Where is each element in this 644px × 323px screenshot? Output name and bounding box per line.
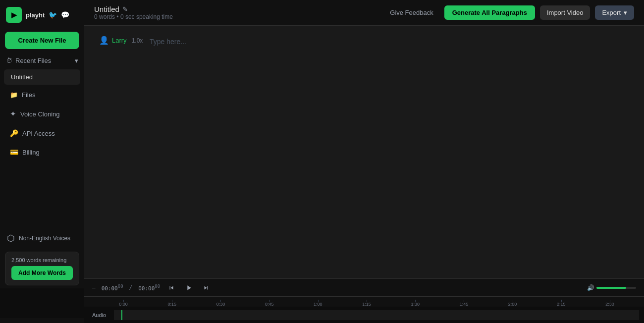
ruler-tick: 2:15 — [537, 302, 586, 307]
play-button[interactable] — [183, 283, 195, 293]
sidebar-item-voice-cloning[interactable]: ✦ Voice Cloning — [3, 105, 81, 123]
top-bar-left: Untitled ✎ 0 words • 0 sec speaking time — [94, 5, 173, 20]
add-more-words-button[interactable]: Add More Words — [11, 266, 73, 280]
document-meta: 0 words • 0 sec speaking time — [94, 13, 173, 20]
total-time-display: 00:0000 — [138, 284, 160, 292]
skip-forward-button[interactable] — [201, 283, 212, 292]
ruler-tick: 2:00 — [488, 302, 537, 307]
export-button[interactable]: Export ▾ — [595, 5, 634, 20]
clock-icon: ⏱ — [6, 57, 12, 64]
playhead — [121, 310, 122, 320]
files-label: Files — [22, 91, 35, 99]
words-remaining-box: 2,500 words remaining Add More Words — [5, 252, 79, 285]
ruler-tick: 1:00 — [294, 302, 342, 307]
main-content: Untitled ✎ 0 words • 0 sec speaking time… — [84, 0, 644, 323]
bottom-thumbnail — [0, 288, 84, 318]
speaker-person-icon: 👤 — [99, 36, 109, 45]
api-access-label: API Access — [22, 130, 55, 137]
generate-all-paragraphs-button[interactable]: Generate All Paragraphs — [444, 5, 535, 20]
logo-text: playht — [26, 11, 45, 19]
ruler-tick: 1:15 — [342, 302, 391, 307]
sparkles-icon: ✦ — [10, 109, 16, 118]
top-bar: Untitled ✎ 0 words • 0 sec speaking time… — [84, 0, 644, 26]
timeline-ruler: 0:000:150:300:451:001:151:301:452:002:15… — [84, 297, 644, 307]
ruler-tick: 0:00 — [99, 302, 148, 307]
twitter-icon[interactable]: 🐦 — [49, 11, 57, 19]
logo-area: ▶ playht 🐦 💬 — [0, 0, 84, 30]
volume-track[interactable] — [596, 287, 636, 289]
recent-files-header[interactable]: ⏱ Recent Files ▾ — [0, 53, 84, 68]
timeline-area: — 00:0000 / 00:0000 — [84, 278, 644, 323]
sidebar-item-files[interactable]: 📁 Files — [3, 86, 81, 104]
ruler-tick: 0:15 — [148, 302, 196, 307]
dash-indicator: — — [92, 284, 96, 291]
voice-cloning-label: Voice Cloning — [20, 110, 60, 118]
billing-label: Billing — [22, 149, 40, 156]
create-new-file-button[interactable]: Create New File — [5, 32, 79, 49]
recent-file-item[interactable]: Untitled — [4, 69, 80, 85]
ruler-tick: 2:30 — [586, 302, 634, 307]
timeline-track-area: Audio — [84, 307, 644, 323]
give-feedback-button[interactable]: Give Feedback — [384, 6, 439, 19]
top-bar-right: Give Feedback Generate All Paragraphs Im… — [384, 5, 634, 20]
words-remaining-text: 2,500 words remaining — [11, 257, 73, 263]
editor-area[interactable]: 👤 Larry 1.0x Type here... — [84, 26, 644, 278]
ruler-tick: 1:30 — [391, 302, 439, 307]
sidebar-item-api-access[interactable]: 🔑 API Access — [3, 124, 81, 142]
chevron-down-icon: ▾ — [75, 57, 78, 64]
import-video-button[interactable]: Import Video — [540, 5, 590, 20]
translate-icon: ⬡ — [7, 233, 15, 244]
volume-icon: 🔊 — [587, 284, 594, 291]
discord-icon[interactable]: 💬 — [61, 11, 69, 19]
document-title: Untitled — [94, 5, 119, 13]
editor-placeholder[interactable]: Type here... — [150, 36, 629, 48]
volume-fill — [596, 287, 626, 289]
non-english-voices-item[interactable]: ⬡ Non-English Voices — [0, 228, 84, 249]
ruler-tick: 0:30 — [196, 302, 245, 307]
time-divider: / — [129, 284, 133, 291]
paragraph-row: 👤 Larry 1.0x Type here... — [99, 36, 629, 48]
current-time-display: 00:0000 — [102, 284, 123, 292]
speaker-info: 👤 Larry 1.0x — [99, 36, 144, 45]
volume-control[interactable]: 🔊 — [587, 284, 636, 291]
ruler-tick: 1:45 — [439, 302, 488, 307]
ruler-tick: 0:45 — [245, 302, 294, 307]
credit-card-icon: 💳 — [10, 148, 18, 156]
ruler-inner: 0:000:150:300:451:001:151:301:452:002:15… — [84, 297, 644, 307]
speed-badge: 1.0x — [132, 37, 143, 44]
skip-back-button[interactable] — [166, 283, 177, 292]
export-chevron-icon: ▾ — [624, 9, 627, 16]
logo-icon: ▶ — [6, 7, 22, 23]
speaker-name: Larry — [112, 37, 127, 44]
edit-icon[interactable]: ✎ — [122, 5, 128, 13]
track-label: Audio — [84, 312, 114, 318]
timeline-controls: — 00:0000 / 00:0000 — [84, 279, 644, 297]
non-english-voices-label: Non-English Voices — [19, 235, 70, 242]
track-content[interactable] — [114, 310, 639, 320]
export-label: Export — [602, 9, 621, 16]
key-icon: 🔑 — [10, 129, 18, 137]
sidebar-item-billing[interactable]: 💳 Billing — [3, 143, 81, 161]
sidebar: ▶ playht 🐦 💬 Create New File ⏱ Recent Fi… — [0, 0, 84, 323]
recent-files-label: Recent Files — [15, 57, 51, 64]
folder-icon: 📁 — [10, 91, 18, 99]
